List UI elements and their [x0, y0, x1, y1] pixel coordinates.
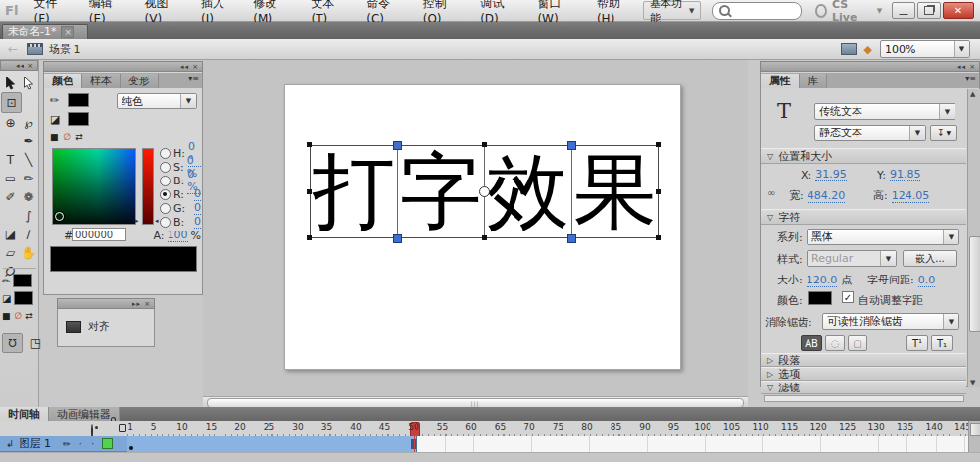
- auto-kern-checkbox[interactable]: ✓: [842, 291, 854, 303]
- resize-handle[interactable]: [656, 235, 661, 240]
- hex-input[interactable]: 000000: [72, 228, 126, 241]
- resize-handle-blue[interactable]: [567, 141, 576, 150]
- alpha-value[interactable]: 100: [168, 229, 188, 242]
- render-html-toggle[interactable]: ◌: [825, 335, 845, 351]
- cs-live-button[interactable]: CS Live ▼: [815, 0, 882, 24]
- timeline-tab-0[interactable]: 时间轴: [0, 407, 49, 422]
- text-engine-select[interactable]: 传统文本 ▼: [814, 103, 956, 120]
- edit-symbols-icon[interactable]: ◆: [864, 43, 872, 56]
- close-button[interactable]: ✕: [943, 2, 974, 19]
- size-value[interactable]: 120.0: [807, 274, 838, 287]
- line-tool[interactable]: ╲: [20, 150, 38, 169]
- resize-handle[interactable]: [656, 142, 661, 147]
- selection-tool[interactable]: [1, 74, 20, 92]
- layer-name[interactable]: 图层 1: [19, 436, 51, 451]
- selected-text-object[interactable]: 打字效果: [310, 145, 659, 238]
- minimize-button[interactable]: —: [892, 2, 915, 19]
- height-value[interactable]: 124.05: [892, 189, 930, 203]
- search-input[interactable]: [712, 2, 802, 20]
- tools-panel-header[interactable]: ◂◂ ×: [0, 60, 38, 71]
- properties-tab-0[interactable]: 属性: [761, 74, 800, 88]
- rgb-value[interactable]: 0: [194, 187, 201, 201]
- subselection-tool[interactable]: [20, 74, 38, 92]
- panel-menu-icon[interactable]: ▾≡: [965, 75, 976, 83]
- swap-colors-icon[interactable]: ⇄: [75, 132, 83, 142]
- resize-handle[interactable]: [307, 235, 312, 240]
- color-tab-2[interactable]: 变形: [121, 74, 159, 88]
- superscript-toggle[interactable]: T¹: [906, 335, 928, 351]
- resize-handle[interactable]: [482, 235, 487, 240]
- restore-button[interactable]: [917, 2, 941, 19]
- rgb-radio[interactable]: [160, 217, 171, 228]
- color-tab-1[interactable]: 样本: [82, 74, 121, 88]
- rgb-radio[interactable]: [160, 189, 171, 200]
- resize-handle[interactable]: [482, 142, 487, 147]
- align-panel-header[interactable]: ▸▸ ×: [57, 298, 155, 309]
- fill-color-swatch[interactable]: [14, 291, 33, 305]
- rgb-radio[interactable]: [160, 203, 171, 214]
- layer-lock-dot[interactable]: ·: [91, 437, 95, 450]
- stage-pasteboard[interactable]: 打字效果: [203, 60, 748, 396]
- rgb-value[interactable]: 0: [194, 201, 201, 215]
- section-paragraph[interactable]: ▷段落: [761, 353, 966, 367]
- hue-slider-arrow-left[interactable]: ▸: [135, 217, 139, 225]
- eyedropper-tool[interactable]: ∕: [20, 225, 38, 243]
- show-border-toggle[interactable]: ▢: [848, 335, 867, 351]
- text-tool[interactable]: T: [1, 150, 20, 169]
- layer-controls[interactable]: ↲ 图层 1 ✏ · ·: [0, 436, 127, 452]
- resize-handle[interactable]: [656, 189, 661, 194]
- hue-slider[interactable]: [142, 148, 154, 225]
- no-color-icon[interactable]: ∅: [64, 132, 72, 142]
- scroll-up-icon[interactable]: ▲: [970, 90, 975, 98]
- section-options[interactable]: ▷选项: [761, 367, 966, 381]
- text-orientation-button[interactable]: ↧▼: [930, 125, 957, 141]
- color-gradient-picker[interactable]: [52, 148, 136, 225]
- font-style-select[interactable]: Regular ▼: [807, 250, 897, 267]
- snap-to-objects-toggle[interactable]: Ω: [2, 333, 23, 353]
- pencil-tool[interactable]: ✏: [20, 169, 38, 187]
- stroke-color-control[interactable]: ✏: [2, 274, 32, 287]
- frames-strip[interactable]: [127, 436, 968, 452]
- lock-dimensions-icon[interactable]: ∞: [767, 187, 775, 198]
- scene-label[interactable]: 场景 1: [49, 42, 81, 57]
- letter-spacing-value[interactable]: 0.0: [918, 274, 936, 287]
- properties-scrollbar-thumb[interactable]: [969, 236, 980, 332]
- resize-handle-blue[interactable]: [393, 141, 402, 150]
- hsb-radio[interactable]: [160, 162, 171, 173]
- rectangle-tool[interactable]: ▭: [1, 169, 20, 187]
- timeline-scrollbar[interactable]: [968, 421, 980, 436]
- panel-menu-icon[interactable]: ▾≡: [188, 75, 199, 83]
- properties-tab-1[interactable]: 库: [800, 74, 827, 88]
- filled-frames[interactable]: [127, 436, 417, 452]
- color-tab-0[interactable]: 颜色: [44, 74, 82, 88]
- section-position-size[interactable]: ▽位置和大小: [761, 148, 966, 164]
- selectable-toggle[interactable]: AB: [801, 335, 822, 351]
- default-colors-icon[interactable]: ■: [2, 311, 11, 321]
- stroke-color-swatch[interactable]: [68, 93, 89, 107]
- stroke-color-swatch[interactable]: [13, 274, 32, 287]
- brush-tool[interactable]: ✐: [1, 187, 20, 206]
- deco-tool[interactable]: ❁: [20, 187, 38, 206]
- free-transform-tool[interactable]: ⊡: [1, 92, 22, 113]
- fill-color-swatch[interactable]: [68, 112, 89, 126]
- section-filters[interactable]: ▽滤镜: [761, 381, 966, 394]
- color-panel-header[interactable]: ◂◂ ×: [43, 61, 203, 72]
- resize-handle[interactable]: [307, 189, 312, 194]
- text-type-select[interactable]: 静态文本 ▼: [814, 125, 926, 141]
- default-colors-icon[interactable]: ■: [50, 132, 59, 142]
- object-drawing-toggle[interactable]: ◳: [26, 334, 45, 352]
- hsb-radio[interactable]: [160, 176, 171, 186]
- close-tab-icon[interactable]: ×: [61, 26, 74, 38]
- gradient-cursor[interactable]: [55, 212, 64, 221]
- pen-tool[interactable]: ✒: [20, 131, 38, 150]
- paint-bucket-tool[interactable]: ◪: [1, 225, 20, 243]
- bone-tool[interactable]: ∫: [20, 206, 38, 225]
- embed-button[interactable]: 嵌入...: [903, 250, 957, 267]
- y-value[interactable]: 91.85: [890, 168, 921, 181]
- rgb-value[interactable]: 0: [194, 215, 201, 229]
- edit-scene-icon[interactable]: [841, 43, 857, 55]
- back-arrow-icon[interactable]: ←: [8, 42, 18, 56]
- x-value[interactable]: 31.95: [815, 168, 847, 181]
- scroll-down-icon[interactable]: ▼: [970, 379, 975, 386]
- width-value[interactable]: 484.20: [808, 189, 846, 203]
